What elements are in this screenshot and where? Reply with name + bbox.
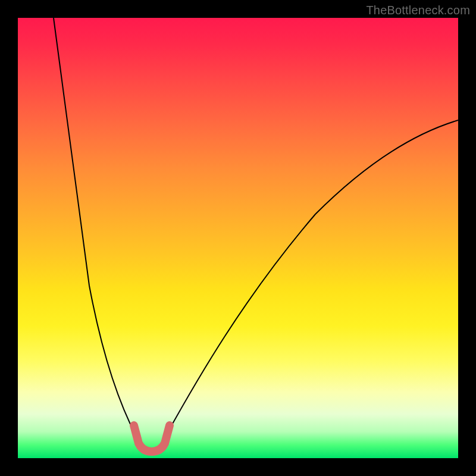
curve-valley-u [134,425,170,452]
curve-left-arm [54,18,137,437]
chart-svg [18,18,458,458]
curve-right-arm [167,120,458,434]
watermark-text: TheBottleneck.com [366,4,470,17]
